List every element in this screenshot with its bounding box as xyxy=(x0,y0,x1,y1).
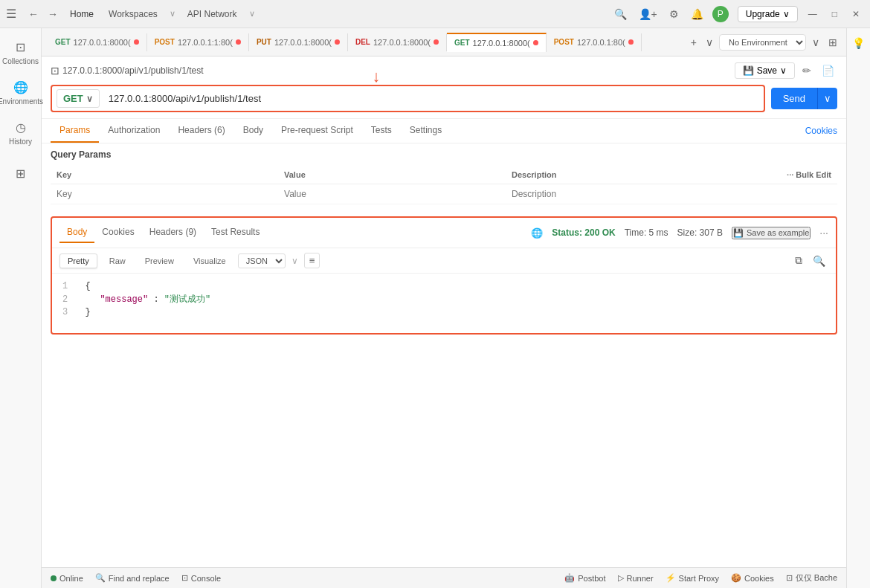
sidebar-item-history[interactable]: ◷ History xyxy=(0,114,41,152)
postbot-icon: 🤖 xyxy=(564,573,575,583)
lightbulb-icon[interactable]: 💡 xyxy=(849,34,868,52)
json-open-brace: { xyxy=(85,281,90,291)
col-value: Value xyxy=(278,166,506,184)
settings-button[interactable]: ⚙ xyxy=(666,7,682,22)
nav-back-button[interactable]: ← xyxy=(25,7,42,22)
sidebar-item-environments[interactable]: 🌐 Environments xyxy=(0,74,41,112)
environment-select[interactable]: No Environment xyxy=(719,34,806,51)
tab-home[interactable]: Home xyxy=(67,7,97,21)
tab-dot-2 xyxy=(335,39,340,45)
res-tab-body[interactable]: Body xyxy=(59,222,94,243)
save-icon: 💾 xyxy=(743,65,754,76)
find-replace-icon: 🔍 xyxy=(95,573,106,583)
bulk-edit-button[interactable]: Bulk Edit xyxy=(796,170,831,179)
res-tab-headers[interactable]: Headers (9) xyxy=(142,222,204,243)
online-dot xyxy=(51,575,57,581)
tab-api-network[interactable]: API Network xyxy=(184,7,240,21)
titlebar-tabs: Home Workspaces ∨ API Network ∨ xyxy=(67,7,605,21)
request-tab-0[interactable]: GET 127.0.0.1:8000( xyxy=(48,33,147,51)
url-input[interactable] xyxy=(106,91,759,106)
proxy-icon: ⚡ xyxy=(666,573,676,583)
key-input[interactable] xyxy=(57,189,272,199)
code-line-2: 2 "message" : "测试成功" xyxy=(62,293,825,306)
request-tab-2[interactable]: PUT 127.0.0.1:8000( xyxy=(249,33,348,51)
format-actions: ⧉ 🔍 xyxy=(792,253,828,268)
add-user-button[interactable]: 👤+ xyxy=(636,7,660,22)
desc-input[interactable] xyxy=(512,189,727,199)
format-bar: Pretty Raw Preview Visualize JSON ∨ ≡ ⧉ … xyxy=(52,248,836,274)
res-tab-cookies[interactable]: Cookies xyxy=(94,222,141,243)
sidebar-item-new[interactable]: ⊞ xyxy=(0,161,41,187)
more-options-button[interactable]: ··· xyxy=(819,227,828,239)
save-example-button[interactable]: 💾 Save as example xyxy=(732,227,811,239)
format-pretty-button[interactable]: Pretty xyxy=(59,253,97,268)
postbot-button[interactable]: 🤖 Postbot xyxy=(564,572,605,584)
tab-dot-5 xyxy=(628,39,634,45)
console-button[interactable]: ⊡ Console xyxy=(181,573,221,583)
copy-button[interactable]: ⧉ xyxy=(792,253,805,268)
req-tab-authorization[interactable]: Authorization xyxy=(99,119,169,143)
wrap-button[interactable]: ≡ xyxy=(304,253,320,268)
main-layout: ⊡ Collections 🌐 Environments ◷ History ⊞… xyxy=(0,28,870,588)
req-tab-body[interactable]: Body xyxy=(234,119,272,143)
format-visualize-button[interactable]: Visualize xyxy=(186,254,233,268)
nav-forward-button[interactable]: → xyxy=(45,7,61,22)
breadcrumb-text: 127.0.0.1:8000/api/v1/publish/1/test xyxy=(62,65,203,76)
code-line-1: 1 { xyxy=(62,281,825,291)
maximize-button[interactable]: □ xyxy=(828,7,842,21)
send-button[interactable]: Send xyxy=(771,88,817,109)
res-tab-test-results[interactable]: Test Results xyxy=(204,222,267,243)
search-button[interactable]: 🔍 xyxy=(611,7,630,22)
hamburger-menu[interactable]: ☰ xyxy=(6,7,16,21)
value-input[interactable] xyxy=(284,189,500,199)
history-label: History xyxy=(9,138,32,146)
request-tab-3[interactable]: DEL 127.0.0.1:8000( xyxy=(348,33,447,51)
format-type-select[interactable]: JSON xyxy=(238,253,286,268)
more-tabs-button[interactable]: ∨ xyxy=(703,35,716,50)
method-label-0: GET xyxy=(55,38,71,46)
request-tab-4[interactable]: GET 127.0.0.1:8000( xyxy=(447,33,547,52)
tab-url-4: 127.0.0.1:8000( xyxy=(473,39,530,48)
env-options-button[interactable]: ∨ xyxy=(809,35,822,50)
tab-workspaces[interactable]: Workspaces xyxy=(106,7,161,21)
sidebar-item-collections[interactable]: ⊡ Collections xyxy=(0,34,41,71)
req-tab-pre-request[interactable]: Pre-request Script xyxy=(272,119,362,143)
request-nav-tabs: Params Authorization Headers (6) Body Pr… xyxy=(42,119,846,143)
cookies-button[interactable]: Cookies xyxy=(805,126,837,136)
environments-icon: 🌐 xyxy=(13,80,28,94)
runner-button[interactable]: ▷ Runner xyxy=(618,572,654,584)
close-button[interactable]: ✕ xyxy=(848,7,864,21)
req-tab-settings[interactable]: Settings xyxy=(401,119,451,143)
request-tab-1[interactable]: POST 127.0.0.1:1:80( xyxy=(147,33,249,51)
bell-button[interactable]: 🔔 xyxy=(688,7,706,22)
minimize-button[interactable]: — xyxy=(804,7,822,21)
req-tab-headers[interactable]: Headers (6) xyxy=(169,119,233,143)
cookies-bottom-button[interactable]: 🍪 Cookies xyxy=(731,572,774,584)
add-tab-button[interactable]: + xyxy=(688,35,700,50)
method-select[interactable]: GET ∨ xyxy=(57,89,100,108)
avatar[interactable]: P xyxy=(712,6,729,22)
doc-button[interactable]: 📄 xyxy=(819,63,837,78)
environments-label: Environments xyxy=(0,97,43,106)
save-button[interactable]: 💾 Save ∨ xyxy=(735,62,795,79)
search-in-response-button[interactable]: 🔍 xyxy=(810,253,828,268)
req-tab-tests[interactable]: Tests xyxy=(362,119,401,143)
chevron-down-icon: ∨ xyxy=(783,9,790,19)
request-tab-5[interactable]: POST 127.0.0.1:80( xyxy=(547,33,642,51)
grid-view-button[interactable]: ⊞ xyxy=(825,35,840,50)
extra-label: ⊡ 仅仅 Bache xyxy=(786,572,837,584)
console-icon: ⊡ xyxy=(181,573,188,583)
req-tab-params[interactable]: Params xyxy=(51,119,99,143)
tab-bar: GET 127.0.0.1:8000( POST 127.0.0.1:1:80(… xyxy=(42,28,846,56)
bulk-edit-cell: ··· Bulk Edit xyxy=(733,166,837,184)
send-dropdown-button[interactable]: ∨ xyxy=(817,88,837,109)
runner-icon: ▷ xyxy=(618,573,624,583)
send-group: Send ∨ xyxy=(771,88,837,109)
table-row xyxy=(51,184,837,204)
upgrade-button[interactable]: Upgrade ∨ xyxy=(738,6,798,22)
edit-button[interactable]: ✏ xyxy=(799,63,814,78)
find-replace-button[interactable]: 🔍 Find and replace xyxy=(95,573,170,583)
start-proxy-button[interactable]: ⚡ Start Proxy xyxy=(666,572,719,584)
format-preview-button[interactable]: Preview xyxy=(138,254,181,268)
format-raw-button[interactable]: Raw xyxy=(102,254,133,268)
